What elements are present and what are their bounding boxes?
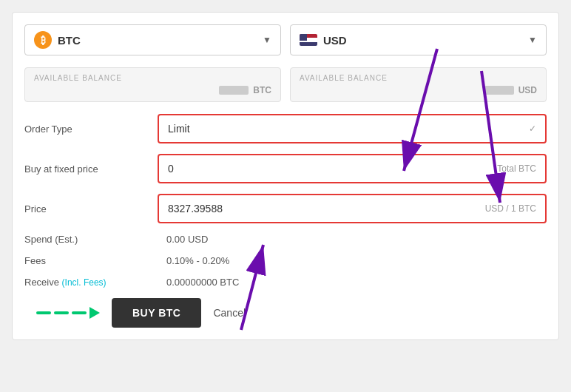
dashed-arrow-annotation — [36, 307, 100, 319]
balance-btc-box: AVAILABLE BALANCE BTC — [24, 67, 281, 102]
buy-price-value: 0 — [168, 163, 174, 175]
btc-icon: ₿ — [34, 31, 52, 49]
spend-value: 0.00 USD — [158, 234, 547, 245]
price-input[interactable]: 8327.39588 USD / 1 BTC — [158, 194, 547, 223]
buy-price-input[interactable]: 0 Total BTC — [158, 154, 547, 183]
dash-1 — [36, 311, 51, 314]
order-type-chevron: ✓ — [529, 124, 536, 134]
order-type-input[interactable]: Limit ✓ — [158, 114, 547, 143]
fees-row: Fees 0.10% - 0.20% — [24, 255, 547, 266]
dash-3 — [72, 311, 87, 314]
receive-value: 0.00000000 BTC — [158, 277, 547, 288]
buy-btc-button[interactable]: BUY BTC — [112, 298, 201, 328]
order-type-label: Order Type — [24, 124, 158, 135]
fees-label: Fees — [24, 255, 158, 266]
action-row: BUY BTC Cancel — [24, 298, 547, 328]
btc-dropdown[interactable]: ₿ BTC ▼ — [24, 24, 281, 55]
balance-usd-currency: USD — [518, 85, 537, 95]
balance-btc-label: AVAILABLE BALANCE — [34, 74, 271, 82]
buy-price-row: Buy at fixed price 0 Total BTC — [24, 154, 547, 183]
receive-label: Receive (Incl. Fees) — [24, 277, 158, 288]
dash-2 — [54, 311, 69, 314]
cancel-button[interactable]: Cancel — [213, 307, 246, 319]
usd-dropdown[interactable]: USD ▼ — [290, 24, 547, 55]
price-row: Price 8327.39588 USD / 1 BTC — [24, 194, 547, 223]
btc-label: BTC — [58, 34, 81, 47]
order-type-row: Order Type Limit ✓ — [24, 114, 547, 143]
price-label: Price — [24, 203, 158, 214]
receive-incl-fees: (Incl. Fees) — [62, 277, 107, 288]
balance-btc-placeholder — [219, 86, 249, 95]
fees-value: 0.10% - 0.20% — [158, 255, 547, 266]
usd-label: USD — [323, 34, 347, 47]
order-type-value: Limit — [168, 123, 190, 135]
balance-usd-placeholder — [484, 86, 514, 95]
btc-chevron-icon: ▼ — [263, 35, 271, 45]
buy-price-unit: Total BTC — [497, 163, 536, 174]
price-unit: USD / 1 BTC — [485, 203, 536, 214]
price-value: 8327.39588 — [168, 203, 223, 214]
balance-usd-label: AVAILABLE BALANCE — [300, 74, 537, 82]
arrow-right-icon — [89, 307, 100, 319]
spend-label: Spend (Est.) — [24, 234, 158, 245]
spend-row: Spend (Est.) 0.00 USD — [24, 234, 547, 245]
usd-chevron-icon: ▼ — [528, 35, 537, 45]
balance-usd-box: AVAILABLE BALANCE USD — [290, 67, 547, 102]
buy-price-label: Buy at fixed price — [24, 163, 158, 175]
balance-btc-currency: BTC — [253, 85, 271, 95]
usd-flag-icon — [300, 34, 317, 46]
receive-row: Receive (Incl. Fees) 0.00000000 BTC — [24, 277, 547, 288]
